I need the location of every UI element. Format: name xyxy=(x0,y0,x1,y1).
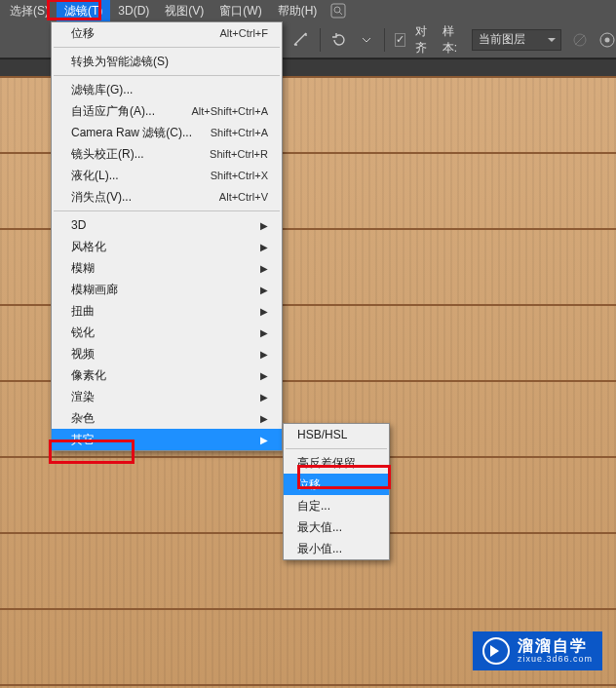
menu-item-other[interactable]: 其它 ▶ xyxy=(52,429,282,450)
submenu-arrow-icon: ▶ xyxy=(260,306,268,317)
menu-item-shortcut: Alt+Shift+Ctrl+A xyxy=(191,105,268,117)
menu-item-shortcut: Shift+Ctrl+A xyxy=(211,127,268,138)
menu-item-label: 自适应广角(A)... xyxy=(71,103,155,120)
submenu-arrow-icon: ▶ xyxy=(260,242,268,252)
separator xyxy=(384,28,385,52)
submenu-item-offset[interactable]: 位移... xyxy=(284,474,389,495)
menu-bar: 选择(S) 滤镜(T) 3D(D) 视图(V) 窗口(W) 帮助(H) xyxy=(0,0,616,21)
watermark: 溜溜自学 zixue.3d66.com xyxy=(473,631,602,670)
menu-item-shortcut: Shift+Ctrl+R xyxy=(210,148,268,160)
menu-item-distort[interactable]: 扭曲 ▶ xyxy=(52,300,282,322)
menu-item-label: 镜头校正(R)... xyxy=(71,146,144,163)
menu-item-label: 其它 xyxy=(71,432,95,448)
submenu-arrow-icon: ▶ xyxy=(260,392,268,402)
search-help-icon[interactable] xyxy=(330,3,346,19)
other-submenu: HSB/HSL 高反差保留... 位移... 自定... 最大值... 最小值.… xyxy=(283,423,390,560)
menu-item-filter-gallery[interactable]: 滤镜库(G)... xyxy=(52,79,282,100)
menu-separator xyxy=(54,210,280,211)
menu-item-vanishing-point[interactable]: 消失点(V)... Alt+Ctrl+V xyxy=(52,186,282,208)
menu-item-render[interactable]: 渲染 ▶ xyxy=(52,386,282,407)
menu-item-label: 扭曲 xyxy=(71,303,95,320)
menu-item-label: 像素化 xyxy=(71,367,106,384)
submenu-arrow-icon: ▶ xyxy=(260,327,268,338)
menu-select[interactable]: 选择(S) xyxy=(2,0,57,22)
menu-3d[interactable]: 3D(D) xyxy=(110,1,157,20)
menu-item-smart-filter[interactable]: 转换为智能滤镜(S) xyxy=(52,51,282,72)
submenu-item-custom[interactable]: 自定... xyxy=(284,495,389,516)
menu-window[interactable]: 窗口(W) xyxy=(212,0,269,22)
svg-line-2 xyxy=(340,12,343,15)
menu-item-label: 3D xyxy=(71,218,86,232)
menu-item-lens-correct[interactable]: 镜头校正(R)... Shift+Ctrl+R xyxy=(52,143,282,165)
menu-separator xyxy=(54,75,280,76)
sample-select[interactable]: 当前图层 xyxy=(472,29,561,51)
menu-item-label: 位移 xyxy=(71,25,95,42)
menu-item-adaptive-wide[interactable]: 自适应广角(A)... Alt+Shift+Ctrl+A xyxy=(52,100,282,122)
submenu-item-minimum[interactable]: 最小值... xyxy=(284,538,389,559)
submenu-arrow-icon: ▶ xyxy=(260,349,268,360)
submenu-arrow-icon: ▶ xyxy=(260,220,268,231)
menu-help[interactable]: 帮助(H) xyxy=(270,0,326,22)
menu-item-shortcut: Shift+Ctrl+X xyxy=(211,170,268,181)
align-checkbox[interactable]: ✓ xyxy=(395,33,405,47)
menu-item-video[interactable]: 视频 ▶ xyxy=(52,343,282,364)
menu-item-shortcut: Alt+Ctrl+F xyxy=(219,27,268,39)
submenu-arrow-icon: ▶ xyxy=(260,435,268,445)
menu-separator xyxy=(54,47,280,48)
pressure-icon[interactable] xyxy=(598,28,616,52)
submenu-item-maximum[interactable]: 最大值... xyxy=(284,516,389,538)
menu-item-label: 杂色 xyxy=(71,410,95,427)
menu-item-label: 滤镜库(G)... xyxy=(71,82,133,98)
straighten-icon[interactable] xyxy=(292,28,310,52)
menu-item-label: 风格化 xyxy=(71,239,106,255)
submenu-item-highpass[interactable]: 高反差保留... xyxy=(284,452,389,474)
sample-label: 样本: xyxy=(443,23,462,57)
submenu-arrow-icon: ▶ xyxy=(260,285,268,295)
menu-item-label: 转换为智能滤镜(S) xyxy=(71,54,169,70)
play-icon xyxy=(482,637,510,665)
separator xyxy=(320,28,321,52)
menu-item-blur-gallery[interactable]: 模糊画廊 ▶ xyxy=(52,279,282,300)
menu-filter[interactable]: 滤镜(T) xyxy=(57,0,110,22)
menu-view[interactable]: 视图(V) xyxy=(157,0,212,22)
menu-item-label: 液化(L)... xyxy=(71,168,119,184)
svg-rect-0 xyxy=(331,4,345,18)
menu-item-label: 视频 xyxy=(71,346,95,363)
svg-point-6 xyxy=(605,37,610,42)
menu-item-label: 锐化 xyxy=(71,325,95,341)
rotate-icon[interactable] xyxy=(330,28,348,52)
align-label: 对齐 xyxy=(415,23,433,57)
filter-menu: 位移 Alt+Ctrl+F 转换为智能滤镜(S) 滤镜库(G)... 自适应广角… xyxy=(51,21,283,451)
submenu-arrow-icon: ▶ xyxy=(260,263,268,274)
menu-item-sharpen[interactable]: 锐化 ▶ xyxy=(52,322,282,343)
menu-separator xyxy=(286,448,387,449)
ignore-adjustment-icon[interactable] xyxy=(571,28,589,52)
menu-item-3d[interactable]: 3D ▶ xyxy=(52,214,282,236)
menu-item-shortcut: Alt+Ctrl+V xyxy=(219,191,268,203)
menu-item-liquify[interactable]: 液化(L)... Shift+Ctrl+X xyxy=(52,165,282,186)
menu-item-label: Camera Raw 滤镜(C)... xyxy=(71,125,192,141)
submenu-arrow-icon: ▶ xyxy=(260,413,268,424)
menu-item-noise[interactable]: 杂色 ▶ xyxy=(52,407,282,429)
menu-item-label: 渲染 xyxy=(71,389,95,405)
submenu-item-hsbhsl[interactable]: HSB/HSL xyxy=(284,424,389,445)
menu-item-stylize[interactable]: 风格化 ▶ xyxy=(52,236,282,257)
menu-item-label: 消失点(V)... xyxy=(71,189,132,206)
svg-point-1 xyxy=(334,7,340,13)
menu-item-label: 模糊画廊 xyxy=(71,282,118,298)
menu-item-camera-raw[interactable]: Camera Raw 滤镜(C)... Shift+Ctrl+A xyxy=(52,122,282,143)
menu-item-pixelate[interactable]: 像素化 ▶ xyxy=(52,364,282,386)
svg-line-4 xyxy=(575,35,585,45)
watermark-brand: 溜溜自学 xyxy=(518,637,593,655)
dropdown-caret-icon[interactable] xyxy=(358,28,375,52)
menu-item-blur[interactable]: 模糊 ▶ xyxy=(52,257,282,279)
submenu-arrow-icon: ▶ xyxy=(260,370,268,381)
menu-item-label: 模糊 xyxy=(71,260,95,277)
menu-item-last-filter[interactable]: 位移 Alt+Ctrl+F xyxy=(52,22,282,44)
watermark-url: zixue.3d66.com xyxy=(518,655,593,665)
